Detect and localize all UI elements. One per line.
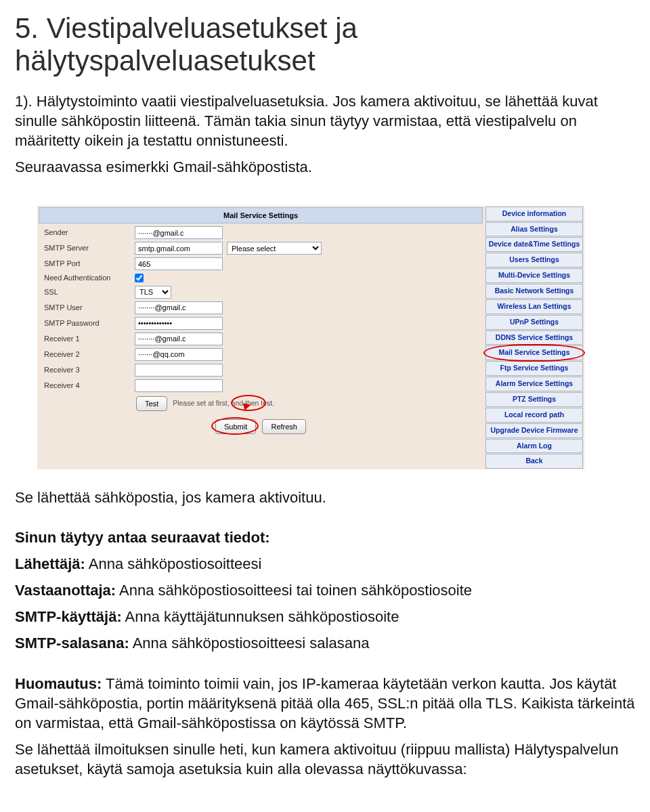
input-receiver-1[interactable] <box>135 333 223 345</box>
menu-item[interactable]: Upgrade Device Firmware <box>485 423 583 438</box>
menu-item[interactable]: Wireless Lan Settings <box>485 299 583 314</box>
test-hint: Please set at first, and then test. <box>173 399 274 408</box>
need-info-line: Vastaanottaja: Anna sähköpostiosoitteesi… <box>15 580 643 600</box>
after-screenshot-text: Se lähettää sähköpostia, jos kamera akti… <box>15 488 643 507</box>
input-receiver-3[interactable] <box>135 364 223 377</box>
label-ssl: SSL <box>40 287 135 297</box>
menu-item[interactable]: Alarm Log <box>485 439 583 454</box>
need-info-value: Anna sähköpostiosoitteesi salasana <box>129 635 370 651</box>
label-sender: Sender <box>40 228 135 238</box>
menu-item[interactable]: Multi-Device Settings <box>485 268 583 283</box>
label-receiver-3: Receiver 3 <box>40 365 135 375</box>
need-info-line: Lähettäjä: Anna sähköpostiosoitteesi <box>15 554 643 574</box>
label-smtp-user: SMTP User <box>40 303 135 313</box>
input-sender[interactable] <box>135 226 223 239</box>
checkbox-need-auth[interactable] <box>135 274 144 282</box>
need-info-title: Sinun täytyy antaa seuraavat tiedot: <box>15 528 643 547</box>
input-smtp-port[interactable] <box>135 257 223 270</box>
menu-item[interactable]: UPnP Settings <box>485 315 583 330</box>
refresh-button[interactable]: Refresh <box>262 419 306 434</box>
select-ssl[interactable]: TLS <box>135 286 171 299</box>
input-smtp-server[interactable] <box>135 242 223 255</box>
label-receiver-1: Receiver 1 <box>40 334 135 344</box>
label-smtp-password: SMTP Password <box>40 318 135 328</box>
intro-paragraph-2: Seuraavassa esimerkki Gmail-sähköpostist… <box>15 157 643 177</box>
label-receiver-4: Receiver 4 <box>40 381 135 391</box>
menu-item[interactable]: Alias Settings <box>485 222 583 237</box>
settings-menu: Device informationAlias SettingsDevice d… <box>484 206 584 470</box>
need-info-value: Anna sähköpostiosoitteesi <box>85 555 262 572</box>
label-receiver-2: Receiver 2 <box>40 349 135 360</box>
intro-paragraph-1: 1). Hälytystoiminto vaatii viestipalvelu… <box>15 91 643 150</box>
label-smtp-server: SMTP Server <box>40 243 135 253</box>
label-need-auth: Need Authentication <box>40 273 135 283</box>
menu-item[interactable]: Basic Network Settings <box>485 284 583 299</box>
menu-item[interactable]: PTZ Settings <box>485 392 583 407</box>
select-smtp-preset[interactable]: Please select <box>227 242 322 255</box>
test-button[interactable]: Test <box>136 396 167 411</box>
note-paragraph-2: Se lähettää ilmoituksen sinulle heti, ku… <box>15 740 643 779</box>
input-smtp-user[interactable] <box>135 301 223 314</box>
need-info-key: Lähettäjä: <box>15 555 85 572</box>
note-body: Tämä toiminto toimii vain, jos IP-kamera… <box>15 675 635 731</box>
need-info-key: Vastaanottaja: <box>15 582 116 599</box>
note-label: Huomautus: <box>15 675 102 692</box>
menu-item[interactable]: Mail Service Settings <box>485 345 583 360</box>
menu-item[interactable]: Users Settings <box>485 253 583 268</box>
menu-item[interactable]: Alarm Service Settings <box>485 377 583 391</box>
menu-item[interactable]: Local record path <box>485 408 583 423</box>
need-info-value: Anna käyttäjätunnuksen sähköpostiosoite <box>122 608 399 625</box>
input-receiver-2[interactable] <box>135 348 223 361</box>
label-smtp-port: SMTP Port <box>40 259 135 269</box>
menu-item[interactable]: DDNS Service Settings <box>485 330 583 345</box>
need-info-line: SMTP-käyttäjä: Anna käyttäjätunnuksen sä… <box>15 607 643 626</box>
panel-header: Mail Service Settings <box>39 207 483 224</box>
need-info-value: Anna sähköpostiosoitteesi tai toinen säh… <box>116 582 472 599</box>
need-info-key: SMTP-käyttäjä: <box>15 608 122 625</box>
menu-item[interactable]: Device information <box>485 207 583 221</box>
note-paragraph: Huomautus: Tämä toiminto toimii vain, jo… <box>15 674 643 733</box>
mail-settings-screenshot: Mail Service Settings Sender SMTP Server… <box>37 205 585 471</box>
input-smtp-password[interactable] <box>135 317 223 330</box>
menu-item[interactable]: Device date&Time Settings <box>485 237 583 252</box>
page-title: 5. Viestipalveluasetukset ja hälytyspalv… <box>15 12 643 78</box>
need-info-key: SMTP-salasana: <box>15 635 129 651</box>
input-receiver-4[interactable] <box>135 379 223 392</box>
menu-item[interactable]: Ftp Service Settings <box>485 361 583 376</box>
menu-item[interactable]: Back <box>485 454 583 469</box>
need-info-line: SMTP-salasana: Anna sähköpostiosoitteesi… <box>15 633 643 653</box>
submit-button[interactable]: Submit <box>215 419 256 434</box>
